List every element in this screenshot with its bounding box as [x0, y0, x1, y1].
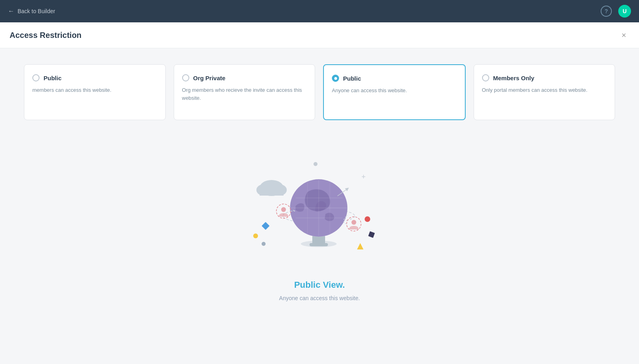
option-title-public-hidden: Public	[44, 75, 62, 81]
option-desc-members-only: Only portal members can access this webs…	[482, 86, 607, 94]
svg-point-25	[351, 220, 356, 225]
option-title-org-private: Org Private	[193, 75, 226, 81]
svg-point-0	[314, 162, 318, 166]
option-card-header-org-private: Org Private	[182, 74, 307, 81]
radio-public-hidden[interactable]	[32, 74, 40, 81]
svg-point-29	[365, 216, 370, 222]
option-card-public-hidden[interactable]: Public members can access this website.	[24, 64, 166, 120]
svg-rect-5	[260, 190, 284, 196]
svg-rect-30	[368, 231, 375, 238]
topbar-right: ? U	[601, 5, 631, 18]
globe-illustration: +	[220, 152, 419, 264]
illustration-desc: Anyone can access this website.	[279, 295, 360, 301]
svg-point-28	[262, 242, 266, 246]
illustration-area: +	[24, 144, 615, 317]
illustration-title: Public View.	[294, 280, 345, 290]
topbar: ← Back to Builder ? U	[0, 0, 639, 22]
back-to-builder-button[interactable]: ← Back to Builder	[8, 8, 55, 15]
option-card-public[interactable]: Public Anyone can access this website.	[323, 64, 466, 120]
option-card-header-public-hidden: Public	[32, 74, 157, 81]
radio-public[interactable]	[332, 75, 339, 82]
option-card-header-members-only: Members Only	[482, 74, 607, 81]
svg-rect-26	[262, 222, 270, 230]
option-title-members-only: Members Only	[493, 75, 534, 81]
main-content: Public members can access this website. …	[0, 48, 639, 333]
option-card-members-only[interactable]: Members Only Only portal members can acc…	[474, 64, 615, 120]
back-to-builder-label: Back to Builder	[18, 8, 55, 14]
arrow-left-icon: ←	[8, 8, 14, 15]
svg-marker-31	[357, 243, 363, 249]
help-icon-button[interactable]: ?	[601, 6, 612, 17]
user-avatar[interactable]: U	[618, 5, 631, 18]
radio-members-only[interactable]	[482, 74, 489, 81]
svg-point-27	[253, 233, 258, 238]
svg-text:+: +	[361, 173, 366, 181]
option-card-org-private[interactable]: Org Private Org members who recieve the …	[174, 64, 316, 120]
option-title-public: Public	[343, 75, 361, 82]
option-desc-public-hidden: members can access this website.	[32, 86, 157, 94]
radio-org-private[interactable]	[182, 74, 189, 81]
option-desc-org-private: Org members who recieve the invite can a…	[182, 86, 307, 102]
option-desc-public: Anyone can access this website.	[332, 87, 457, 95]
page-header: Access Restriction ×	[0, 22, 639, 48]
close-button[interactable]: ×	[618, 30, 629, 41]
svg-point-23	[281, 207, 286, 212]
page-title: Access Restriction	[10, 31, 81, 40]
option-card-header-public: Public	[332, 75, 457, 82]
svg-rect-12	[310, 243, 328, 246]
options-row: Public members can access this website. …	[24, 64, 615, 120]
